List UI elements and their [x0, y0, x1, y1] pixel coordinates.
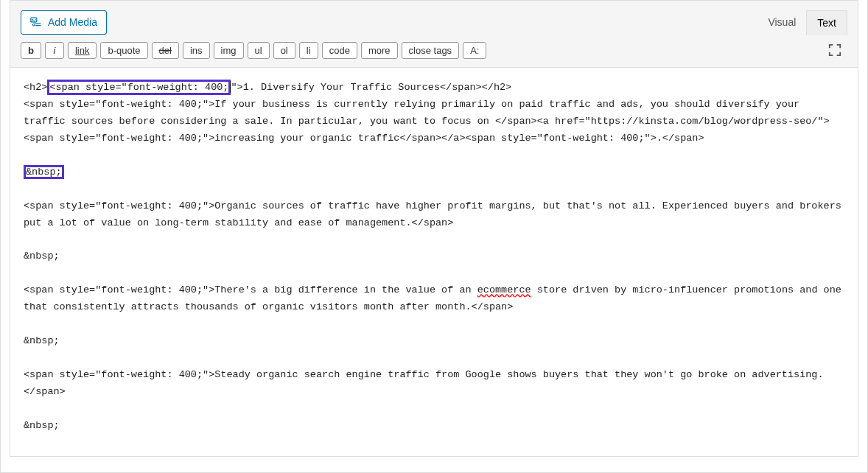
toolbar-a[interactable]: A: — [463, 42, 486, 59]
tab-visual[interactable]: Visual — [757, 10, 806, 35]
toolbar-li[interactable]: li — [299, 42, 318, 59]
toolbar-link[interactable]: link — [68, 42, 97, 59]
text: &nbsp; — [26, 167, 62, 178]
topbar: Add Media Visual Text — [10, 1, 858, 38]
toolbar-more[interactable]: more — [361, 42, 398, 59]
add-media-label: Add Media — [48, 16, 97, 28]
toolbar-code[interactable]: code — [322, 42, 357, 59]
text: &nbsp; — [24, 335, 60, 346]
editor-textarea[interactable]: <h2><span style="font-weight: 400;">1. D… — [10, 67, 858, 456]
toolbar: b i link b-quote del ins img ul ol li co… — [10, 38, 858, 67]
highlight-span-style: <span style="font-weight: 400; — [47, 80, 231, 95]
fullscreen-icon[interactable] — [822, 41, 847, 60]
text: <span style="font-weight: 400; — [49, 82, 228, 93]
toolbar-img[interactable]: img — [214, 42, 244, 59]
text: &nbsp; — [24, 250, 60, 262]
text: <span style="font-weight: 400;">If your … — [24, 99, 830, 144]
editor-panel: Add Media Visual Text b i link b-quote d… — [10, 0, 858, 457]
text: <span style="font-weight: 400;">Organic … — [24, 200, 847, 228]
text: <span style="font-weight: 400;">Steady o… — [24, 369, 824, 397]
tab-text[interactable]: Text — [806, 10, 847, 35]
add-media-button[interactable]: Add Media — [21, 10, 107, 35]
toolbar-bold[interactable]: b — [21, 42, 41, 59]
editor-container: Add Media Visual Text b i link b-quote d… — [0, 0, 868, 473]
text: ">1. Diversify Your Traffic Sources</spa… — [231, 82, 511, 93]
spell-error: ecommerce — [477, 284, 531, 295]
toolbar-italic[interactable]: i — [45, 42, 64, 59]
text: <h2> — [24, 82, 47, 93]
text: <span style="font-weight: 400;">There's … — [24, 284, 477, 295]
mode-tabs: Visual Text — [757, 10, 847, 35]
toolbar-del[interactable]: del — [152, 42, 179, 59]
toolbar-ol[interactable]: ol — [273, 42, 295, 59]
toolbar-ins[interactable]: ins — [183, 42, 210, 59]
toolbar-bquote[interactable]: b-quote — [100, 42, 147, 59]
toolbar-close-tags[interactable]: close tags — [402, 42, 460, 59]
toolbar-ul[interactable]: ul — [248, 42, 270, 59]
add-media-icon — [30, 15, 42, 29]
text: &nbsp; — [24, 420, 60, 431]
highlight-nbsp: &nbsp; — [24, 165, 64, 180]
